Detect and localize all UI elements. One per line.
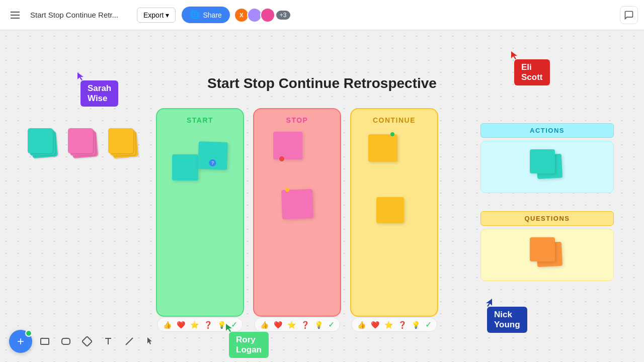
- actions-panel-body: [480, 141, 614, 193]
- text-tool[interactable]: [100, 333, 117, 350]
- questions-panel-header: QUESTIONS: [480, 211, 614, 226]
- menu-button[interactable]: [6, 6, 24, 24]
- sticky-stop-1[interactable]: [273, 132, 302, 159]
- svg-rect-5: [62, 338, 70, 344]
- stack-teal: [28, 128, 58, 158]
- bulb-icon-stop[interactable]: 💡: [314, 321, 323, 329]
- avatar-3[interactable]: [260, 8, 275, 23]
- svg-marker-10: [147, 337, 152, 344]
- svg-rect-4: [41, 338, 49, 344]
- add-icon: +: [17, 334, 24, 348]
- rectangle-tool[interactable]: [36, 333, 53, 350]
- continue-column-footer: 👍 ❤️ ⭐ ❓ 💡 ✓: [351, 317, 437, 332]
- export-button[interactable]: Export ▾: [137, 8, 176, 23]
- share-button[interactable]: 🌐 Share: [182, 7, 229, 23]
- svg-line-9: [126, 338, 133, 345]
- collaborator-avatars: X +3: [236, 8, 290, 23]
- svg-marker-0: [77, 72, 84, 80]
- question-icon-stop[interactable]: ❓: [301, 321, 309, 329]
- cursor-name-eli: Eli Scott: [521, 62, 543, 82]
- svg-marker-3: [486, 299, 492, 307]
- star-icon[interactable]: ⭐: [190, 321, 199, 329]
- sticky-stop-2[interactable]: [281, 189, 313, 219]
- stop-column: STOP 👍 ❤️ ⭐ ❓ 💡 ✓: [253, 108, 341, 317]
- stop-column-header: STOP: [286, 116, 308, 124]
- cursor-name-rory: Rory Logan: [236, 335, 262, 355]
- like-icon-stop[interactable]: 👍: [260, 321, 269, 329]
- sticky-start-1[interactable]: [172, 154, 198, 180]
- stacks-area: [28, 128, 138, 158]
- diamond-tool[interactable]: [78, 333, 96, 350]
- stop-column-footer: 👍 ❤️ ⭐ ❓ 💡 ✓: [254, 317, 340, 332]
- cursor-label-nick: Nick Young: [487, 307, 527, 333]
- heart-icon-stop[interactable]: ❤️: [274, 321, 282, 329]
- bottom-toolbar: +: [9, 330, 159, 353]
- like-icon-cont[interactable]: 👍: [357, 321, 366, 329]
- heart-icon[interactable]: ❤️: [177, 321, 185, 329]
- heart-icon-cont[interactable]: ❤️: [371, 321, 379, 329]
- continue-column: CONTINUE 👍 ❤️ ⭐ ❓ 💡 ✓: [350, 108, 438, 317]
- questions-panel: QUESTIONS: [480, 211, 614, 281]
- add-badge: [25, 330, 32, 337]
- svg-marker-1: [511, 51, 517, 59]
- document-title[interactable]: [30, 11, 131, 19]
- topbar: Export ▾ 🌐 Share X +3: [0, 0, 644, 30]
- globe-icon: 🌐: [190, 10, 200, 20]
- rounded-rect-tool[interactable]: [57, 333, 74, 350]
- star-icon-stop[interactable]: ⭐: [287, 321, 296, 329]
- share-label: Share: [203, 11, 221, 19]
- cursor-label-eli: Eli Scott: [514, 59, 550, 85]
- check-icon-stop[interactable]: ✓: [328, 320, 335, 329]
- export-chevron-icon: ▾: [166, 11, 169, 19]
- page-title: Start Stop Continue Retrospective: [207, 75, 437, 92]
- export-label: Export: [143, 11, 164, 19]
- question-sticky-2[interactable]: [530, 237, 555, 261]
- cursor-label-sarah: Sarah Wise: [80, 80, 118, 107]
- sticky-continue-2[interactable]: [376, 197, 404, 223]
- actions-panel-header: ACTIONS: [480, 123, 614, 138]
- check-icon-cont[interactable]: ✓: [425, 320, 432, 329]
- canvas[interactable]: Start Stop Continue Retrospective START: [0, 30, 644, 362]
- question-icon-cont[interactable]: ❓: [398, 321, 407, 329]
- sticky-start-2[interactable]: ?: [198, 141, 228, 170]
- like-icon[interactable]: 👍: [163, 321, 172, 329]
- cursor-name-sarah: Sarah Wise: [88, 83, 111, 104]
- line-tool[interactable]: [121, 333, 138, 350]
- star-icon-cont[interactable]: ⭐: [384, 321, 393, 329]
- actions-panel: ACTIONS: [480, 123, 614, 193]
- action-sticky-2[interactable]: [530, 149, 555, 173]
- svg-marker-2: [226, 324, 232, 332]
- continue-column-header: CONTINUE: [373, 116, 416, 124]
- svg-rect-6: [82, 336, 92, 346]
- stack-yellow: [108, 128, 138, 158]
- question-icon[interactable]: ❓: [204, 321, 212, 329]
- columns-area: START ? 👍 ❤️ ⭐ ❓ 💡 ✓ STOP: [156, 108, 438, 317]
- pointer-tool[interactable]: [142, 333, 159, 350]
- sticky-continue-1[interactable]: [368, 134, 397, 162]
- avatar-overflow-count: +3: [276, 11, 290, 20]
- bulb-icon[interactable]: 💡: [217, 321, 226, 329]
- cursor-name-nick: Nick Young: [494, 310, 520, 330]
- cursor-label-rory: Rory Logan: [229, 332, 269, 358]
- start-column-header: START: [187, 116, 213, 124]
- bulb-icon-cont[interactable]: 💡: [412, 321, 420, 329]
- comments-button[interactable]: [620, 6, 638, 24]
- questions-panel-body: [480, 229, 614, 281]
- add-button[interactable]: +: [9, 330, 32, 353]
- start-column: START ? 👍 ❤️ ⭐ ❓ 💡 ✓: [156, 108, 244, 317]
- stack-pink: [68, 128, 98, 158]
